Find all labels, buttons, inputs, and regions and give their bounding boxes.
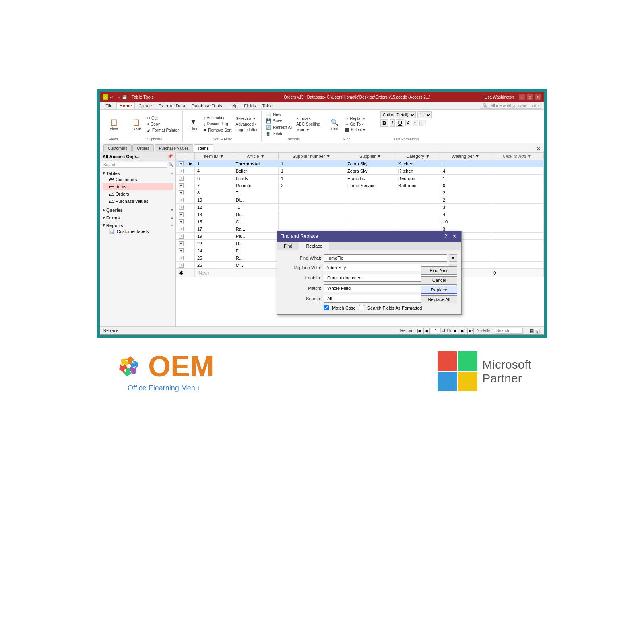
- queries-pin-icon[interactable]: ≡: [171, 208, 173, 212]
- view-button[interactable]: 📋 View: [107, 116, 121, 132]
- redo-btn[interactable]: ↪: [117, 95, 120, 99]
- col-category[interactable]: Category ▼: [396, 153, 440, 160]
- cell-expand[interactable]: +: [176, 240, 186, 247]
- table-row[interactable]: + 8T...2: [176, 189, 544, 196]
- cell-supplier-num[interactable]: 1: [278, 160, 345, 167]
- cell-supplier[interactable]: Zebra Sky: [345, 167, 396, 175]
- last-record-btn[interactable]: ▶|: [460, 328, 466, 334]
- underline-button[interactable]: U: [396, 119, 404, 127]
- reports-pin-icon[interactable]: ≡: [171, 223, 173, 227]
- sidebar-tables-header[interactable]: ▾ Tables ≡: [103, 171, 173, 176]
- save-button[interactable]: 💾 Save: [265, 118, 293, 124]
- sidebar-item-orders[interactable]: 🗃 Orders: [103, 190, 173, 198]
- italic-button[interactable]: I: [390, 119, 395, 127]
- menu-home[interactable]: Home: [116, 102, 135, 109]
- expand-btn[interactable]: +: [179, 234, 184, 239]
- expand-btn[interactable]: +: [179, 256, 184, 260]
- col-supplier[interactable]: Supplier ▼: [345, 153, 396, 160]
- format-painter-button[interactable]: 🖌 Format Painter: [145, 128, 180, 133]
- cell-waiting[interactable]: 1: [440, 160, 491, 167]
- cell-expand[interactable]: +: [176, 204, 186, 211]
- cell-expand[interactable]: +: [176, 233, 186, 240]
- cell-supplier-num[interactable]: 1: [278, 167, 345, 175]
- search-formatted-checkbox[interactable]: [359, 305, 364, 310]
- font-size-select[interactable]: 11: [417, 111, 432, 118]
- expand-btn[interactable]: +: [179, 205, 184, 210]
- table-row[interactable]: + 12T...3: [176, 204, 544, 211]
- expand-btn[interactable]: +: [179, 161, 184, 166]
- tab-purchase-values[interactable]: Purchase values: [155, 144, 193, 152]
- cell-expand[interactable]: +: [176, 225, 186, 233]
- align-left-button[interactable]: ≡: [413, 120, 418, 126]
- menu-fields[interactable]: Fields: [241, 103, 258, 109]
- sidebar-forms-header[interactable]: ▸ Forms ≡: [103, 215, 173, 220]
- cell-article[interactable]: Thermostat: [233, 160, 278, 167]
- view-toggle-btn2[interactable]: 📊: [535, 328, 541, 334]
- cell-article[interactable]: Remote: [233, 182, 278, 189]
- cell-expand[interactable]: +: [176, 196, 186, 204]
- select-button[interactable]: ⬛ Select ▾: [343, 127, 366, 132]
- find-what-input[interactable]: [324, 254, 447, 262]
- cell-article[interactable]: Boiler: [233, 167, 278, 175]
- table-row[interactable]: + 6 Blinds 1 HomoTic Bedroom 1: [176, 175, 544, 182]
- filter-button[interactable]: ▼ Filter: [186, 116, 200, 132]
- cell-expand[interactable]: +: [176, 218, 186, 225]
- dialog-replace-btn[interactable]: Replace: [421, 286, 457, 294]
- tell-me-bar[interactable]: 🔍 Tell me what you want to do: [480, 103, 541, 109]
- forms-pin-icon[interactable]: ≡: [171, 216, 173, 220]
- sidebar-item-purchase-values[interactable]: 🗃 Purchase values: [103, 198, 173, 205]
- table-row[interactable]: + 15C...10: [176, 218, 544, 225]
- cell-expand[interactable]: +: [176, 211, 186, 218]
- dialog-help-btn[interactable]: ?: [442, 233, 449, 240]
- cell-supplier-num[interactable]: 1: [278, 175, 345, 182]
- window-close-btn[interactable]: ✕: [535, 94, 541, 100]
- cell-expand[interactable]: +: [176, 189, 186, 196]
- expand-btn[interactable]: +: [179, 227, 184, 231]
- tab-items[interactable]: Items: [194, 144, 213, 152]
- cell-category[interactable]: Kitchen: [396, 160, 440, 167]
- new-record-btn[interactable]: ▶*: [467, 328, 474, 334]
- table-row[interactable]: + 10Di...2: [176, 196, 544, 204]
- dialog-cancel-btn[interactable]: Cancel: [421, 276, 457, 284]
- cell-supplier[interactable]: Home-Service: [345, 182, 396, 189]
- sidebar-search-icon[interactable]: 🔍: [168, 162, 174, 167]
- bold-button[interactable]: B: [380, 119, 388, 127]
- sidebar-item-customer-labels[interactable]: 📊 Customer labels: [103, 228, 173, 235]
- menu-external-data[interactable]: External Data: [155, 103, 188, 109]
- font-color-button[interactable]: A: [405, 120, 411, 126]
- align-right-button[interactable]: ☰: [419, 120, 426, 126]
- cell-expand[interactable]: +: [176, 167, 186, 175]
- spelling-button[interactable]: ABC Spelling: [295, 122, 321, 127]
- cell-id[interactable]: 7: [195, 182, 233, 189]
- cell-category[interactable]: Bedroom: [396, 175, 440, 182]
- selection-button[interactable]: Selection ▾: [235, 116, 259, 121]
- dialog-tab-find[interactable]: Find: [277, 242, 299, 250]
- undo-btn[interactable]: ↩: [110, 95, 113, 99]
- refresh-button[interactable]: 🔄 Refresh All: [265, 124, 293, 130]
- cell-expand[interactable]: +: [176, 262, 186, 269]
- menu-database-tools[interactable]: Database Tools: [189, 103, 225, 109]
- view-toggle-btn1[interactable]: ▦: [529, 328, 534, 334]
- find-button[interactable]: 🔍 Find: [327, 116, 342, 132]
- sidebar-search-input[interactable]: [102, 162, 167, 168]
- table-row[interactable]: + 13Hi...4: [176, 211, 544, 218]
- expand-btn[interactable]: +: [179, 263, 184, 268]
- cell-category[interactable]: Bathroom: [396, 182, 440, 189]
- tab-customers[interactable]: Customers: [103, 144, 132, 152]
- col-article[interactable]: Article ▼: [233, 153, 278, 160]
- cell-supplier[interactable]: HomoTic: [345, 175, 396, 182]
- find-next-btn[interactable]: Find Next: [421, 266, 457, 275]
- quick-save-btn[interactable]: 💾: [122, 95, 127, 99]
- copy-button[interactable]: ⎘ Copy: [145, 122, 180, 127]
- tables-pin-icon[interactable]: ≡: [171, 171, 173, 175]
- cell-expand[interactable]: +: [176, 182, 186, 189]
- cell-waiting[interactable]: 4: [440, 167, 491, 175]
- minimize-btn[interactable]: ─: [519, 94, 525, 100]
- prev-record-btn[interactable]: ◀: [423, 328, 430, 334]
- sidebar-reports-header[interactable]: ▾ Reports ≡: [103, 223, 173, 228]
- menu-create[interactable]: Create: [136, 103, 155, 109]
- cell-expand[interactable]: +: [176, 175, 186, 182]
- sidebar-item-customers[interactable]: 🗃 Customers: [103, 176, 173, 183]
- expand-btn[interactable]: +: [179, 219, 184, 224]
- col-waiting[interactable]: Waiting per ▼: [440, 153, 491, 160]
